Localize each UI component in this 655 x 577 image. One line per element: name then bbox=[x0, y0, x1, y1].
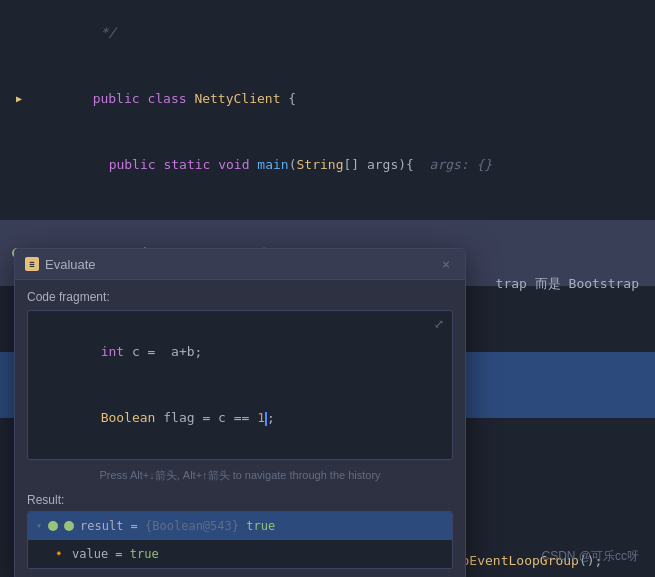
result-dot-1 bbox=[48, 521, 58, 531]
result-main-row[interactable]: ▾ result = {Boolean@543} true bbox=[28, 512, 452, 540]
evaluate-modal: ≡ Evaluate × Code fragment: int c = a+b;… bbox=[14, 248, 466, 577]
code-fragment-box[interactable]: int c = a+b; Boolean flag = c == 1; ⤢ bbox=[27, 310, 453, 460]
close-button[interactable]: × bbox=[437, 255, 455, 273]
result-sub-row: 🔸 value = true bbox=[28, 540, 452, 568]
line-gutter: ▶ bbox=[0, 88, 30, 110]
modal-title-area: ≡ Evaluate bbox=[25, 257, 96, 272]
result-label: Result: bbox=[27, 493, 453, 507]
editor-line: ▶ public class NettyClient { bbox=[0, 66, 655, 132]
evaluate-icon: ≡ bbox=[25, 257, 39, 271]
modal-titlebar: ≡ Evaluate × bbox=[15, 249, 465, 280]
result-section: Result: ▾ result = {Boolean@543} true 🔸 … bbox=[27, 493, 453, 569]
result-sub-text: value = true bbox=[72, 544, 159, 564]
editor-area: */ ▶ public class NettyClient { public s… bbox=[0, 0, 655, 260]
value-icon: 🔸 bbox=[52, 544, 66, 564]
code-line: */ bbox=[30, 0, 647, 66]
editor-line: */ bbox=[0, 0, 655, 66]
modal-body: Code fragment: int c = a+b; Boolean flag… bbox=[15, 280, 465, 577]
chevron-icon: ▾ bbox=[36, 516, 42, 536]
code-line: public static void main(String[] args){ … bbox=[30, 132, 647, 198]
arrow-icon: ▶ bbox=[16, 88, 22, 110]
result-main-text: result = {Boolean@543} true bbox=[80, 516, 275, 536]
watermark: CSDN @可乐cc呀 bbox=[541, 548, 639, 565]
result-box: ▾ result = {Boolean@543} true 🔸 value = … bbox=[27, 511, 453, 569]
right-panel-text: trap 而是 Bootstrap bbox=[496, 275, 639, 293]
modal-title: Evaluate bbox=[45, 257, 96, 272]
editor-line: public static void main(String[] args){ … bbox=[0, 132, 655, 198]
editor-line bbox=[0, 198, 655, 220]
code-fragment-line-1: int c = a+b; bbox=[38, 319, 442, 385]
hint-text: Press Alt+↓箭头, Alt+↑箭头 to navigate throu… bbox=[27, 460, 453, 487]
code-line: public class NettyClient { bbox=[30, 66, 647, 132]
expand-icon[interactable]: ⤢ bbox=[434, 317, 444, 331]
code-fragment-line-2: Boolean flag = c == 1; bbox=[38, 385, 442, 451]
code-fragment-label: Code fragment: bbox=[27, 290, 453, 304]
result-dot-2 bbox=[64, 521, 74, 531]
